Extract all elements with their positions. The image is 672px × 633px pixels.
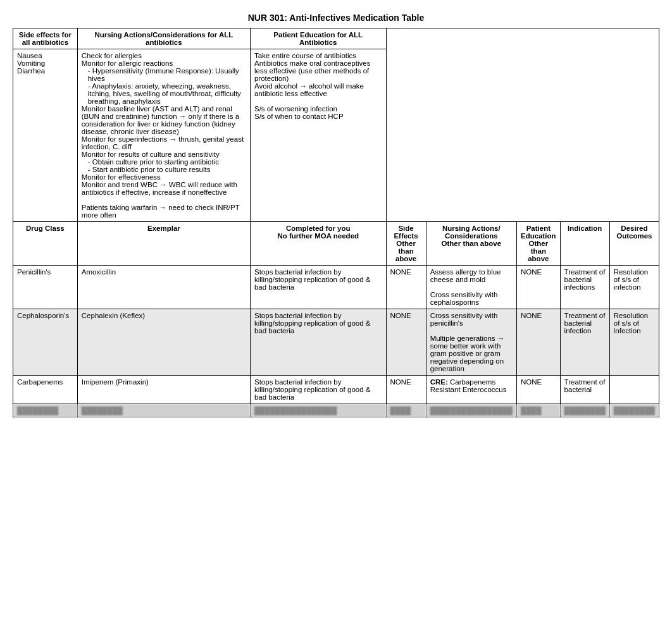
cell-blurred-3: ████████████████ — [250, 404, 386, 417]
superinfections: Monitor for superinfections → thrush, ge… — [82, 135, 246, 151]
drug-col-moa: Completed for youNo further MOA needed — [250, 222, 386, 266]
drug-col-class: Drug Class — [13, 222, 78, 266]
cell-moa-carbapenems: Stops bacterial infection by killing/sto… — [250, 376, 386, 404]
top-header-side-effects: Side effects for all antibiotics — [13, 28, 78, 49]
cell-blurred-6: ████ — [517, 404, 561, 417]
cell-exemplar-carbapenems: Imipenem (Primaxin) — [77, 376, 250, 404]
cell-class-cephalosporin: Cephalosporin's — [13, 309, 78, 376]
cell-se-carbapenems: NONE — [386, 376, 426, 404]
drug-col-outcomes: Desired Outcomes — [609, 222, 659, 266]
cell-nursing-carbapenems: CRE: Carbapenems Resistant Enterococcus — [426, 376, 516, 404]
cell-class-penicillin: Penicillin's — [13, 266, 78, 309]
monitor-wbc: Monitor and trend WBC → WBC will reduce … — [82, 181, 246, 196]
worsening-infection: S/s of worsening infection — [254, 105, 382, 113]
anaphylaxis: Anaphylaxis: anxiety, wheezing, weakness… — [88, 82, 246, 105]
cell-pated-cephalosporin: NONE — [517, 309, 561, 376]
table-row: Cephalosporin's Cephalexin (Keflex) Stop… — [13, 309, 659, 376]
diarrhea: Diarrhea — [17, 67, 73, 75]
cell-se-penicillin: NONE — [386, 266, 426, 309]
drug-col-nursing: Nursing Actions/ ConsiderationsOther tha… — [426, 222, 516, 266]
cell-pated-carbapenems: NONE — [517, 376, 561, 404]
top-header-nursing: Nursing Actions/Considerations for ALL a… — [77, 28, 250, 49]
table-row: Carbapenems Imipenem (Primaxin) Stops ba… — [13, 376, 659, 404]
monitor-allergic: Monitor for allergic reactions — [82, 59, 246, 67]
table-row: Penicillin's Amoxicillin Stops bacterial… — [13, 266, 659, 309]
top-nursing-cell: Check for allergies Monitor for allergic… — [77, 49, 250, 222]
start-antibiotic: Start antibiotic prior to culture result… — [88, 166, 246, 173]
drug-col-side-effects: Side EffectsOther than above — [386, 222, 426, 266]
hypersensitivity: Hypersensitivity (Immune Response): Usua… — [88, 67, 246, 82]
warfarin-note: Patients taking warfarin → need to check… — [82, 204, 246, 219]
drug-col-exemplar: Exemplar — [77, 222, 250, 266]
culture-sensitivity: Monitor for results of culture and sensi… — [82, 151, 246, 158]
cell-indication-penicillin: Treatment of bacterial infections — [560, 266, 609, 309]
top-side-effects-cell: Nausea Vomiting Diarrhea — [13, 49, 78, 222]
cell-blurred-7: ████████ — [560, 404, 609, 417]
cell-blurred-5: ████████████████ — [426, 404, 516, 417]
nausea: Nausea — [17, 52, 73, 59]
cell-blurred-2: ████████ — [77, 404, 250, 417]
cell-blurred-4: ████ — [386, 404, 426, 417]
baseline-monitor: Monitor baseline liver (AST and ALT) and… — [82, 105, 246, 135]
cell-exemplar-penicillin: Amoxicillin — [77, 266, 250, 309]
cell-se-cephalosporin: NONE — [386, 309, 426, 376]
cell-moa-cephalosporin: Stops bacterial infection by killing/sto… — [250, 309, 386, 376]
avoid-alcohol: Avoid alcohol → alcohol will make antibi… — [254, 82, 382, 97]
cell-nursing-penicillin: Assess allergy to blue cheese and moldCr… — [426, 266, 516, 309]
check-allergies: Check for allergies — [82, 52, 246, 59]
cell-outcomes-cephalosporin: Resolution of s/s of infection — [609, 309, 659, 376]
vomiting: Vomiting — [17, 59, 73, 67]
cell-pated-penicillin: NONE — [517, 266, 561, 309]
cell-indication-cephalosporin: Treatment of bacterial infection — [560, 309, 609, 376]
cell-indication-carbapenems: Treatment of bacterial — [560, 376, 609, 404]
cell-blurred-8: ████████ — [609, 404, 659, 417]
cell-moa-penicillin: Stops bacterial infection by killing/sto… — [250, 266, 386, 309]
contraceptives-note: Antibiotics make oral contraceptives les… — [254, 59, 382, 82]
monitor-effectiveness: Monitor for effectiveness — [82, 173, 246, 181]
drug-col-indication: Indication — [560, 222, 609, 266]
obtain-culture: Obtain culture prior to starting antibio… — [88, 158, 246, 166]
cell-outcomes-penicillin: Resolution of s/s of infection — [609, 266, 659, 309]
top-header-patient-ed: Patient Education for ALL Antibiotics — [250, 28, 386, 49]
contact-hcp: S/s of when to contact HCP — [254, 113, 382, 120]
cell-exemplar-cephalosporin: Cephalexin (Keflex) — [77, 309, 250, 376]
cell-nursing-cephalosporin: Cross sensitivity with penicillin'sMulti… — [426, 309, 516, 376]
cell-blurred-1: ████████ — [13, 404, 78, 417]
top-patient-ed-cell: Take entire course of antibiotics Antibi… — [250, 49, 386, 222]
cell-class-carbapenems: Carbapenems — [13, 376, 78, 404]
table-row-blurred: ████████ ████████ ████████████████ ████ … — [13, 404, 659, 417]
take-entire-course: Take entire course of antibiotics — [254, 52, 382, 59]
page-title: NUR 301: Anti-Infectives Medication Tabl… — [13, 13, 659, 23]
cell-outcomes-carbapenems — [609, 376, 659, 404]
drug-col-patient-ed: Patient EducationOther than above — [517, 222, 561, 266]
